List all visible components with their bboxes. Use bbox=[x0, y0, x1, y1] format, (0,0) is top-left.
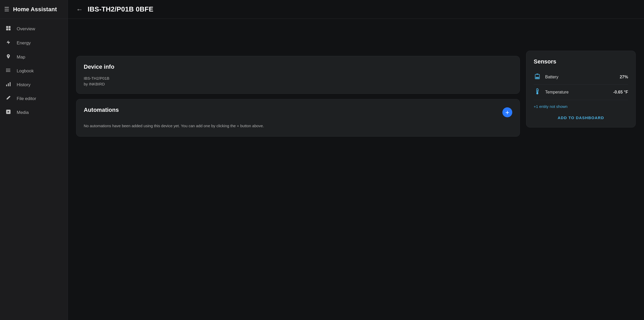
left-column: Device info IBS-TH2/P01B by INKBIRD Auto… bbox=[76, 27, 520, 312]
sidebar-label-map: Map bbox=[17, 55, 25, 60]
main-content: ← IBS-TH2/P01B 0BFE Device info IBS-TH2/… bbox=[68, 0, 644, 320]
temperature-icon bbox=[534, 88, 541, 96]
menu-icon[interactable]: ☰ bbox=[4, 7, 9, 12]
svg-rect-17 bbox=[536, 74, 538, 75]
add-to-dashboard-button[interactable]: ADD TO DASHBOARD bbox=[534, 112, 628, 121]
history-icon bbox=[5, 82, 11, 88]
file-editor-icon bbox=[5, 95, 11, 102]
svg-rect-18 bbox=[536, 77, 539, 79]
sidebar-item-energy[interactable]: Energy bbox=[0, 36, 68, 50]
sensor-row-temperature: Temperature -0.65 °F bbox=[534, 85, 628, 100]
media-icon bbox=[5, 109, 11, 116]
sidebar-item-logbook[interactable]: Logbook bbox=[0, 64, 68, 78]
svg-rect-21 bbox=[537, 90, 538, 92]
entity-not-shown[interactable]: +1 entity not shown bbox=[534, 100, 628, 112]
device-manufacturer: by INKBIRD bbox=[84, 82, 512, 86]
sensor-name-temperature: Temperature bbox=[545, 90, 609, 95]
automations-title: Automations bbox=[84, 107, 119, 113]
svg-point-22 bbox=[536, 92, 538, 94]
svg-rect-1 bbox=[9, 26, 11, 28]
battery-icon bbox=[534, 73, 541, 81]
sidebar-item-history[interactable]: History bbox=[0, 78, 68, 92]
logbook-icon bbox=[5, 68, 11, 74]
device-info-title: Device info bbox=[84, 63, 512, 70]
svg-rect-19 bbox=[536, 77, 539, 77]
sidebar-item-file-editor[interactable]: File editor bbox=[0, 92, 68, 106]
sidebar-item-media[interactable]: Media bbox=[0, 106, 68, 119]
sidebar-label-energy: Energy bbox=[17, 40, 31, 46]
svg-marker-4 bbox=[7, 40, 10, 44]
sidebar-item-overview[interactable]: Overview bbox=[0, 22, 68, 36]
sidebar-label-file-editor: File editor bbox=[17, 96, 36, 101]
svg-point-10 bbox=[6, 71, 7, 72]
main-body: Device info IBS-TH2/P01B by INKBIRD Auto… bbox=[68, 19, 644, 320]
svg-rect-12 bbox=[8, 83, 9, 86]
svg-rect-2 bbox=[6, 28, 8, 31]
device-name: IBS-TH2/P01B bbox=[84, 75, 512, 82]
svg-point-9 bbox=[6, 70, 7, 71]
app-title: Home Assistant bbox=[13, 6, 57, 13]
sidebar-label-overview: Overview bbox=[17, 26, 35, 32]
device-info-card: Device info IBS-TH2/P01B by INKBIRD bbox=[76, 56, 520, 94]
sidebar: ☰ Home Assistant Overview Energy Map Log… bbox=[0, 0, 68, 320]
automations-card: Automations + No automations have been a… bbox=[76, 99, 520, 137]
map-icon bbox=[5, 54, 11, 60]
automations-header: Automations + bbox=[84, 107, 512, 118]
sidebar-label-logbook: Logbook bbox=[17, 68, 34, 74]
sensors-card: Sensors Battery 27% Temperature -0.65 °F bbox=[526, 51, 636, 127]
svg-rect-11 bbox=[6, 85, 7, 86]
sensor-row-battery: Battery 27% bbox=[534, 70, 628, 85]
add-automation-button[interactable]: + bbox=[502, 107, 512, 117]
sensor-name-battery: Battery bbox=[545, 75, 616, 79]
sensor-value-battery: 27% bbox=[620, 75, 628, 79]
sidebar-header: ☰ Home Assistant bbox=[0, 0, 68, 19]
top-spacer bbox=[76, 27, 520, 51]
page-title: IBS-TH2/P01B 0BFE bbox=[88, 5, 153, 13]
sidebar-item-map[interactable]: Map bbox=[0, 50, 68, 64]
overview-icon bbox=[5, 26, 11, 32]
energy-icon bbox=[5, 39, 11, 46]
automations-description: No automations have been added using thi… bbox=[84, 123, 512, 129]
right-column: Sensors Battery 27% Temperature -0.65 °F bbox=[526, 27, 636, 312]
back-button[interactable]: ← bbox=[76, 6, 83, 13]
sidebar-label-media: Media bbox=[17, 110, 29, 115]
sidebar-label-history: History bbox=[17, 82, 31, 88]
right-top-spacer bbox=[526, 27, 636, 51]
sidebar-nav: Overview Energy Map Logbook History File… bbox=[0, 19, 68, 320]
svg-rect-13 bbox=[10, 82, 10, 86]
sensor-value-temperature: -0.65 °F bbox=[613, 90, 628, 95]
svg-rect-3 bbox=[9, 28, 11, 31]
sensors-title: Sensors bbox=[534, 58, 628, 65]
svg-point-8 bbox=[6, 69, 7, 69]
svg-rect-0 bbox=[6, 26, 8, 28]
main-header: ← IBS-TH2/P01B 0BFE bbox=[68, 0, 644, 19]
